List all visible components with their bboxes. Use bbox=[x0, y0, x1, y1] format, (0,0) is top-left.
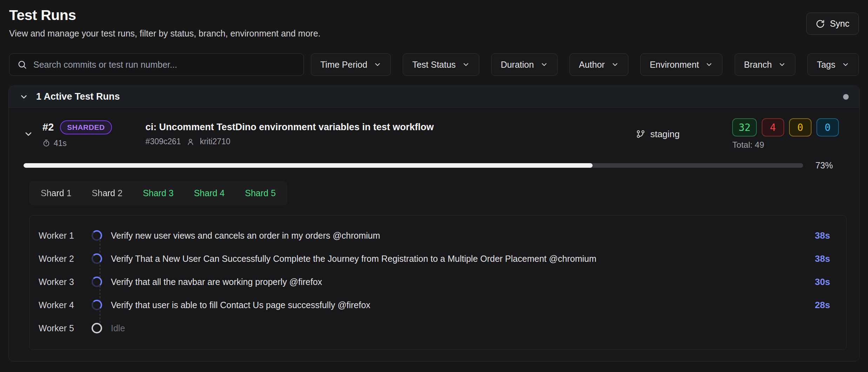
search-box[interactable] bbox=[9, 53, 304, 76]
passed-count-badge: 32 bbox=[732, 118, 757, 137]
chevron-down-icon[interactable] bbox=[19, 92, 28, 101]
worker-label: Worker 3 bbox=[39, 277, 86, 287]
commit-author: kriti2710 bbox=[200, 137, 231, 146]
worker-row: Worker 5 Idle bbox=[39, 317, 830, 340]
total-count-label: Total: 49 bbox=[732, 140, 839, 150]
progress-percent-label: 73% bbox=[803, 160, 845, 171]
worker-status bbox=[86, 253, 107, 264]
worker-row: Worker 3 Verify that all the navbar are … bbox=[39, 270, 830, 293]
spinner-icon bbox=[92, 253, 102, 264]
worker-status bbox=[86, 323, 107, 333]
filter-label: Environment bbox=[650, 60, 699, 70]
refresh-icon bbox=[816, 19, 825, 28]
run-expand-chevron-icon[interactable] bbox=[24, 129, 33, 139]
chevron-down-icon bbox=[462, 61, 470, 68]
commit-hash: #309c261 bbox=[146, 137, 181, 146]
chevron-down-icon bbox=[540, 61, 548, 68]
chevron-down-icon bbox=[842, 61, 849, 68]
search-icon bbox=[17, 60, 27, 69]
worker-duration: 28s bbox=[815, 300, 830, 311]
worker-row: Worker 1 Verify new user views and cance… bbox=[39, 224, 830, 247]
filter-environment[interactable]: Environment bbox=[640, 53, 722, 76]
spinner-icon bbox=[92, 277, 102, 287]
tab-shard-3[interactable]: Shard 3 bbox=[134, 184, 183, 203]
run-number: #2 bbox=[42, 121, 54, 133]
chevron-down-icon bbox=[778, 61, 786, 68]
filter-test-status[interactable]: Test Status bbox=[403, 53, 479, 76]
worker-label: Worker 4 bbox=[39, 300, 86, 310]
filter-label: Test Status bbox=[412, 60, 456, 70]
flaky-count-badge: 0 bbox=[789, 118, 812, 137]
worker-test-name: Verify That a New User Can Successfully … bbox=[111, 254, 596, 264]
commit-meta: #309c261 kriti2710 bbox=[146, 137, 434, 146]
active-runs-title: 1 Active Test Runs bbox=[36, 91, 120, 102]
worker-test-name: Verify new user views and cancels an ord… bbox=[111, 231, 380, 241]
filter-duration[interactable]: Duration bbox=[491, 53, 557, 76]
git-branch-icon bbox=[636, 129, 645, 139]
filter-tags[interactable]: Tags bbox=[807, 53, 859, 76]
sync-button-label: Sync bbox=[830, 19, 849, 29]
test-run-row[interactable]: #2 SHARDED 41s ci: Uncomment TestDino en… bbox=[9, 108, 859, 150]
spinner-icon bbox=[92, 230, 102, 241]
page-subtitle: View and manage your test runs, filter b… bbox=[9, 28, 859, 39]
worker-duration: 30s bbox=[815, 277, 830, 287]
branch-name: staging bbox=[650, 129, 680, 140]
filter-label: Tags bbox=[817, 60, 835, 70]
live-indicator-dot bbox=[843, 94, 849, 100]
sharded-badge: SHARDED bbox=[60, 120, 112, 134]
filter-label: Duration bbox=[501, 60, 534, 70]
filter-label: Time Period bbox=[320, 60, 367, 70]
worker-row: Worker 4 Verify that user is able to fil… bbox=[39, 293, 830, 317]
tab-shard-4[interactable]: Shard 4 bbox=[185, 184, 234, 203]
search-input[interactable] bbox=[33, 60, 296, 70]
chevron-down-icon bbox=[374, 61, 381, 68]
spinner-icon bbox=[92, 300, 102, 310]
worker-label: Worker 2 bbox=[39, 254, 86, 264]
active-runs-card: 1 Active Test Runs #2 SHARDED 41s ci: Un bbox=[8, 86, 860, 361]
progress-bar bbox=[24, 163, 803, 168]
worker-label: Worker 5 bbox=[39, 323, 86, 333]
shard-tabs: Shard 1 Shard 2 Shard 3 Shard 4 Shard 5 bbox=[29, 181, 287, 205]
page-header: Test Runs View and manage your test runs… bbox=[0, 0, 868, 39]
worker-test-name: Verify that all the navbar are working p… bbox=[111, 277, 322, 287]
progress-bar-fill bbox=[24, 163, 593, 168]
tab-shard-2[interactable]: Shard 2 bbox=[83, 184, 132, 203]
worker-duration: 38s bbox=[815, 230, 830, 241]
worker-status bbox=[86, 230, 107, 241]
worker-label: Worker 1 bbox=[39, 231, 86, 241]
skipped-count-badge: 0 bbox=[816, 118, 839, 137]
workers-panel: Worker 1 Verify new user views and cance… bbox=[29, 215, 847, 350]
active-runs-header[interactable]: 1 Active Test Runs bbox=[9, 86, 859, 108]
tab-shard-1[interactable]: Shard 1 bbox=[32, 184, 81, 203]
stopwatch-icon bbox=[42, 139, 50, 147]
worker-duration: 38s bbox=[815, 253, 830, 264]
chevron-down-icon bbox=[611, 61, 619, 68]
run-id-column: #2 SHARDED 41s bbox=[42, 120, 112, 148]
run-elapsed: 41s bbox=[42, 139, 112, 148]
idle-circle-icon bbox=[92, 323, 102, 333]
worker-test-name: Verify that user is able to fill Contact… bbox=[111, 300, 370, 310]
page-title: Test Runs bbox=[9, 7, 859, 24]
worker-row: Worker 2 Verify That a New User Can Succ… bbox=[39, 247, 830, 270]
worker-status bbox=[86, 300, 107, 310]
worker-status bbox=[86, 277, 107, 287]
run-elapsed-value: 41s bbox=[54, 139, 67, 148]
commit-column: ci: Uncomment TestDino environment varia… bbox=[146, 122, 434, 146]
failed-count-badge: 4 bbox=[762, 118, 784, 137]
sync-button[interactable]: Sync bbox=[806, 13, 859, 35]
chevron-down-icon bbox=[705, 61, 713, 68]
commit-title: ci: Uncomment TestDino environment varia… bbox=[146, 122, 434, 133]
filter-author[interactable]: Author bbox=[569, 53, 628, 76]
filter-label: Branch bbox=[744, 60, 772, 70]
branch-group: staging bbox=[636, 129, 680, 140]
worker-test-name: Idle bbox=[111, 323, 125, 333]
toolbar: Time Period Test Status Duration Author … bbox=[0, 53, 868, 76]
filter-label: Author bbox=[579, 60, 605, 70]
filter-branch[interactable]: Branch bbox=[735, 53, 795, 76]
result-counts: 32 4 0 0 Total: 49 bbox=[732, 118, 839, 150]
progress-row: 73% bbox=[9, 150, 859, 171]
filter-time-period[interactable]: Time Period bbox=[311, 53, 391, 76]
filter-bar: Time Period Test Status Duration Author … bbox=[311, 53, 859, 76]
tab-shard-5[interactable]: Shard 5 bbox=[236, 184, 285, 203]
person-icon bbox=[187, 138, 194, 146]
